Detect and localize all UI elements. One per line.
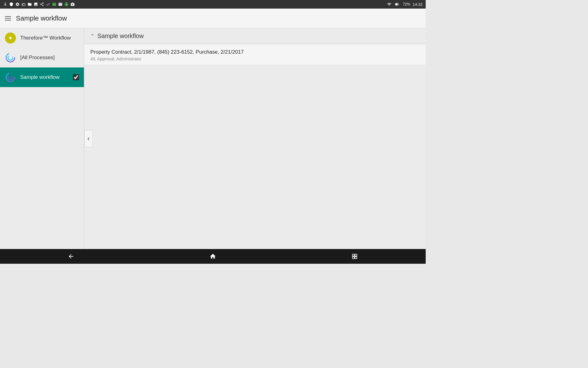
sidebar-item-all-processes-label: [All Processes] xyxy=(20,55,55,61)
list-item-title: Property Contract, 2/1/1987, (845) 223-6… xyxy=(90,49,420,55)
wifi-icon xyxy=(387,2,392,6)
check-icon xyxy=(46,2,50,6)
sample-workflow-icon xyxy=(5,72,16,83)
settings-icon xyxy=(15,2,20,6)
image-icon xyxy=(34,2,38,6)
sidebar-item-all-processes[interactable]: [All Processes] xyxy=(0,48,84,67)
svg-point-3 xyxy=(6,53,15,62)
content-list: Property Contract, 2/1/1987, (845) 223-6… xyxy=(84,44,426,65)
sidebar: Therefore™ Workflow [All Processes] xyxy=(0,28,84,249)
svg-point-5 xyxy=(6,73,15,82)
svg-rect-10 xyxy=(355,257,357,259)
app-title: Sample workflow xyxy=(16,14,67,22)
battery-percent: 72% xyxy=(403,2,410,6)
sidebar-item-sample-workflow[interactable]: Sample workflow xyxy=(0,67,84,87)
svg-rect-8 xyxy=(355,254,357,256)
share-icon xyxy=(40,2,44,6)
chevron-left-icon: ‹ xyxy=(87,135,89,143)
svg-rect-1 xyxy=(396,3,398,5)
sample-workflow-checkbox[interactable] xyxy=(73,74,79,80)
sidebar-item-sample-workflow-label: Sample workflow xyxy=(20,74,60,80)
svg-point-4 xyxy=(8,55,13,60)
back-button[interactable] xyxy=(58,251,84,262)
app-bar: Sample workflow xyxy=(0,9,426,28)
usb-icon xyxy=(3,2,7,6)
hamburger-menu-button[interactable] xyxy=(5,16,11,21)
android-icon xyxy=(64,2,69,6)
recents-button[interactable] xyxy=(342,251,367,262)
therefore-icon xyxy=(5,33,16,44)
list-item-subtitle: 49, Approval, Administrator xyxy=(90,56,420,61)
chevron-up-icon[interactable]: ⌃ xyxy=(90,33,94,39)
home-button[interactable] xyxy=(200,251,225,262)
time-display: 14:32 xyxy=(413,2,423,7)
status-bar-right: 72% 14:32 xyxy=(387,2,423,7)
battery-icon xyxy=(394,2,400,6)
all-processes-icon xyxy=(5,52,16,63)
svg-rect-7 xyxy=(352,254,354,256)
sidebar-collapse-button[interactable]: ‹ xyxy=(84,130,93,147)
sidebar-item-therefore-label: Therefore™ Workflow xyxy=(20,35,71,41)
folder-icon xyxy=(28,2,32,6)
content-area: ⌃ Sample workflow Property Contract, 2/1… xyxy=(84,28,426,249)
status-bar: 72% 14:32 xyxy=(0,0,426,9)
content-header-title: Sample workflow xyxy=(97,33,144,40)
svg-rect-9 xyxy=(352,257,354,259)
status-bar-left xyxy=(3,2,75,6)
mail-icon xyxy=(58,2,62,6)
shop-icon xyxy=(70,2,75,6)
bottom-nav xyxy=(0,249,426,264)
email-icon xyxy=(52,2,56,6)
cast-icon xyxy=(21,2,26,6)
sidebar-item-therefore-workflow[interactable]: Therefore™ Workflow xyxy=(0,28,84,48)
list-item[interactable]: Property Contract, 2/1/1987, (845) 223-6… xyxy=(84,44,426,65)
svg-point-6 xyxy=(8,75,13,80)
content-header: ⌃ Sample workflow xyxy=(84,28,426,44)
security-icon xyxy=(9,2,13,6)
